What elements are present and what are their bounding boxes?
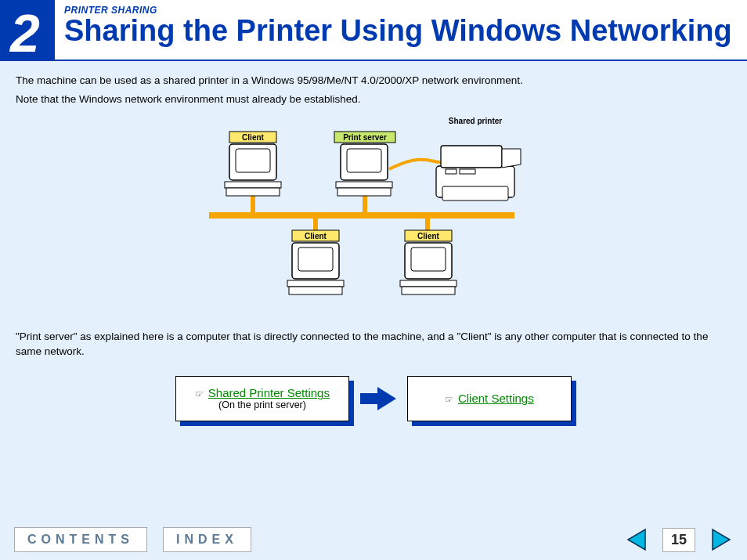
svg-rect-23 bbox=[298, 247, 333, 271]
shared-printer-label: Shared printer bbox=[449, 117, 502, 125]
link-boxes-row: ☞ Shared Printer Settings (On the print … bbox=[16, 376, 731, 421]
svg-rect-10 bbox=[226, 188, 280, 196]
svg-marker-32 bbox=[713, 529, 730, 550]
client-label-3: Client bbox=[417, 232, 439, 240]
svg-rect-17 bbox=[441, 146, 502, 168]
prev-page-button[interactable] bbox=[625, 528, 647, 551]
svg-marker-31 bbox=[628, 529, 645, 550]
svg-rect-24 bbox=[287, 280, 344, 287]
intro-line-1: The machine can be used as a shared prin… bbox=[16, 74, 731, 88]
shared-printer-settings-link[interactable]: Shared Printer Settings bbox=[208, 386, 330, 399]
svg-rect-12 bbox=[347, 149, 381, 172]
svg-rect-13 bbox=[336, 182, 392, 188]
svg-rect-3 bbox=[251, 195, 255, 212]
client-computer-icon bbox=[225, 144, 281, 196]
pointing-hand-icon: ☞ bbox=[445, 394, 453, 405]
client-label-1: Client bbox=[242, 133, 264, 142]
shared-printer-settings-box: ☞ Shared Printer Settings (On the print … bbox=[175, 376, 349, 421]
svg-rect-16 bbox=[442, 186, 508, 201]
client-computer-icon bbox=[400, 243, 456, 294]
index-button[interactable]: INDEX bbox=[163, 527, 251, 552]
next-page-button[interactable] bbox=[711, 528, 733, 551]
print-server-computer-icon bbox=[336, 144, 392, 196]
svg-rect-25 bbox=[289, 287, 342, 294]
client-label-2: Client bbox=[305, 232, 327, 240]
client-computer-icon bbox=[287, 243, 344, 294]
page-title: Sharing the Printer Using Windows Networ… bbox=[64, 16, 732, 47]
svg-rect-2 bbox=[209, 212, 514, 219]
svg-rect-18 bbox=[446, 169, 456, 174]
svg-rect-19 bbox=[460, 169, 475, 174]
client-settings-box: ☞ Client Settings bbox=[407, 376, 572, 421]
svg-marker-30 bbox=[360, 387, 396, 410]
svg-rect-8 bbox=[236, 149, 270, 172]
shared-printer-settings-sub: (On the print server) bbox=[195, 399, 330, 410]
svg-rect-27 bbox=[411, 247, 446, 271]
client-settings-link[interactable]: Client Settings bbox=[458, 392, 534, 405]
arrow-right-icon bbox=[360, 385, 396, 412]
page-number: 15 bbox=[662, 528, 695, 552]
page-header: 2 PRINTER SHARING Sharing the Printer Us… bbox=[0, 0, 747, 61]
network-diagram-svg: Shared printer Client Print server bbox=[186, 114, 561, 310]
chapter-number: 2 bbox=[0, 0, 55, 60]
svg-rect-9 bbox=[225, 182, 281, 188]
print-server-label: Print server bbox=[343, 133, 387, 142]
contents-button[interactable]: CONTENTS bbox=[14, 527, 147, 552]
pointing-hand-icon: ☞ bbox=[195, 388, 204, 399]
svg-rect-14 bbox=[337, 188, 391, 196]
intro-line-2: Note that the Windows network environmen… bbox=[16, 92, 731, 107]
network-diagram: Shared printer Client Print server bbox=[186, 114, 561, 313]
explanation-text: "Print server" as explained here is a co… bbox=[16, 330, 731, 358]
svg-rect-4 bbox=[363, 195, 367, 212]
shared-printer-icon bbox=[436, 146, 521, 201]
svg-rect-29 bbox=[402, 287, 455, 294]
footer-bar: CONTENTS INDEX 15 bbox=[0, 527, 747, 552]
svg-rect-28 bbox=[400, 280, 456, 287]
